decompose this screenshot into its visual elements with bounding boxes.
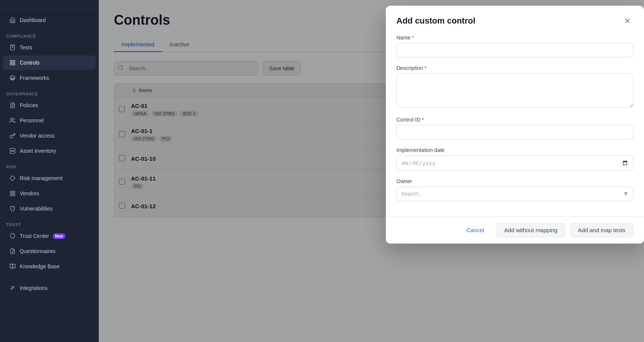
sidebar-item-dashboard[interactable]: Dashboard (3, 13, 96, 27)
sidebar-item-vulnerabilities[interactable]: Vulnerabilities (3, 201, 96, 216)
governance-section-label: Governance (0, 86, 99, 98)
svg-rect-14 (10, 191, 12, 193)
sidebar-item-label: Controls (20, 60, 39, 66)
description-textarea[interactable] (396, 73, 633, 108)
sidebar-item-label: Vendor access (20, 133, 55, 139)
implementation-date-field-group: Implementation date (396, 147, 633, 171)
file-list-icon (9, 248, 16, 255)
sidebar-item-controls[interactable]: Controls (3, 55, 96, 70)
clipboard-check-icon (9, 44, 16, 51)
compliance-section-label: Compliance (0, 28, 99, 40)
sidebar-item-label: Trust Center (20, 233, 49, 239)
modal-header: Add custom control ✕ (386, 6, 644, 35)
description-field-group: Description * (396, 65, 633, 109)
trust-section-label: Trust (0, 216, 99, 228)
modal-footer: Cancel Add without mapping Add and map t… (386, 216, 644, 244)
layers-icon (9, 74, 16, 81)
sidebar-item-label: Integrations (20, 285, 47, 291)
required-indicator: * (412, 35, 414, 41)
owner-label: Owner (396, 178, 633, 184)
sidebar-item-tests[interactable]: Tests (3, 40, 96, 55)
sidebar-item-label: Questionnaires (20, 248, 55, 254)
svg-rect-15 (13, 191, 15, 193)
svg-rect-3 (13, 63, 15, 65)
sidebar-item-label: Vulnerabilities (20, 206, 53, 212)
sidebar-item-knowledge-base[interactable]: Knowledge Base (3, 259, 96, 274)
sidebar-item-personnel[interactable]: Personnel (3, 113, 96, 128)
sidebar-item-questionnaires[interactable]: Questionnaires (3, 244, 96, 258)
control-id-field-group: Control ID * (396, 117, 633, 139)
new-badge: New (53, 233, 65, 239)
book-open-icon (9, 263, 16, 270)
sidebar-item-asset-inventory[interactable]: Asset inventory (3, 144, 96, 158)
add-and-map-tests-button[interactable]: Add and map tests (570, 223, 633, 238)
name-input[interactable] (396, 43, 633, 57)
sidebar-item-policies[interactable]: Policies (3, 98, 96, 112)
name-field-group: Name * (396, 35, 633, 57)
sidebar-item-trust-center[interactable]: Trust Center New (3, 229, 96, 243)
users-icon (9, 117, 16, 124)
implementation-date-input[interactable] (396, 155, 633, 171)
server-icon (9, 147, 16, 154)
plug-icon (9, 285, 16, 291)
control-id-label: Control ID * (396, 117, 633, 123)
sidebar-item-frameworks[interactable]: Frameworks (3, 71, 96, 85)
sidebar-item-risk-management[interactable]: Risk management (3, 171, 96, 185)
sidebar-top (0, 0, 99, 10)
risk-section-label: Risk (0, 158, 99, 171)
svg-marker-13 (10, 176, 15, 180)
sidebar: Dashboard Compliance Tests Controls Fram… (0, 0, 99, 342)
owner-select-wrap: Search... ▼ (396, 187, 633, 201)
svg-rect-16 (13, 194, 15, 196)
shield-alert-icon (9, 205, 16, 212)
svg-rect-2 (13, 60, 15, 62)
svg-rect-9 (10, 148, 15, 150)
sidebar-item-label: Asset inventory (20, 148, 56, 154)
modal-title: Add custom control (396, 16, 475, 26)
file-text-icon (9, 102, 16, 109)
sidebar-item-label: Personnel (20, 117, 44, 124)
sidebar-item-label: Frameworks (20, 75, 49, 81)
sidebar-item-integrations[interactable]: Integrations (3, 281, 96, 295)
control-id-input[interactable] (396, 125, 633, 139)
shield-icon (9, 233, 16, 239)
sidebar-item-vendors[interactable]: Vendors (3, 186, 96, 201)
implementation-date-label: Implementation date (396, 147, 633, 153)
home-icon (9, 17, 16, 24)
required-indicator: * (425, 65, 426, 71)
svg-rect-1 (10, 60, 12, 62)
cancel-button[interactable]: Cancel (459, 223, 492, 237)
modal-body: Name * Description * Control ID * Implem… (386, 35, 644, 216)
sidebar-item-vendor-access[interactable]: Vendor access (3, 128, 96, 143)
sidebar-item-label: Policies (20, 102, 38, 108)
sidebar-item-label: Knowledge Base (20, 263, 60, 269)
sidebar-item-label: Tests (20, 44, 32, 51)
owner-field-group: Owner Search... ▼ (396, 178, 633, 201)
key-icon (9, 132, 16, 139)
sidebar-item-label: Dashboard (20, 17, 46, 23)
add-without-mapping-button[interactable]: Add without mapping (496, 223, 565, 238)
grid-icon (9, 59, 16, 66)
svg-point-8 (11, 118, 13, 120)
add-custom-control-modal: Add custom control ✕ Name * Description … (386, 6, 644, 244)
svg-rect-10 (10, 151, 15, 153)
description-label: Description * (396, 65, 633, 71)
svg-rect-0 (12, 45, 13, 46)
required-indicator: * (422, 117, 424, 123)
sidebar-item-label: Vendors (20, 190, 39, 196)
sidebar-item-label: Risk management (20, 175, 63, 181)
name-label: Name * (396, 35, 633, 41)
grid-2-icon (9, 190, 16, 197)
modal-close-button[interactable]: ✕ (621, 15, 633, 27)
diamond-icon (9, 175, 16, 182)
svg-rect-17 (10, 194, 12, 196)
svg-rect-4 (10, 63, 12, 65)
owner-select[interactable]: Search... (396, 187, 633, 201)
